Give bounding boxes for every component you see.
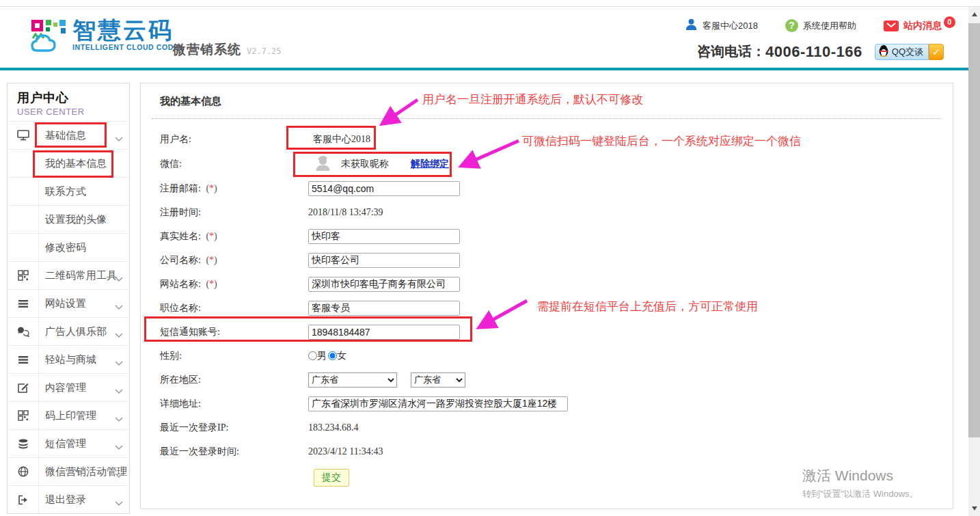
help-link[interactable]: ? 系统使用帮助 bbox=[785, 19, 856, 32]
province-select[interactable]: 广东省 bbox=[308, 372, 397, 388]
sidebar-item-label: 广告人俱乐部 bbox=[45, 325, 107, 338]
position-field[interactable] bbox=[308, 301, 460, 316]
sidebar-item-code-print-mgmt[interactable]: 码上印管理 bbox=[8, 401, 129, 429]
email-field[interactable] bbox=[308, 181, 460, 196]
sidebar-item-basic-info[interactable]: 基础信息 bbox=[8, 121, 129, 149]
logout-icon bbox=[8, 495, 38, 505]
scrollbar-up-button[interactable] bbox=[968, 7, 980, 22]
sidebar-item-label: 轻站与商城 bbox=[45, 353, 96, 366]
product-version: V2.7.25 bbox=[247, 46, 282, 56]
monitor-icon bbox=[8, 130, 38, 141]
messages-label: 站内消息 bbox=[903, 20, 942, 32]
chevron-down-icon bbox=[115, 133, 123, 145]
account-menu[interactable]: 客服中心2018 bbox=[685, 18, 758, 33]
qq-penguin-icon bbox=[878, 44, 889, 59]
sidebar-item-label: 网站设置 bbox=[45, 297, 86, 310]
gender-female-radio[interactable] bbox=[328, 351, 337, 360]
messages-count-badge: 0 bbox=[944, 16, 955, 28]
gender-male-radio[interactable] bbox=[308, 351, 317, 360]
qq-chat-label: QQ交谈 bbox=[892, 46, 923, 58]
gender-male-label: 男 bbox=[317, 350, 327, 362]
sidebar-subitem-label: 修改密码 bbox=[45, 241, 86, 254]
address-field[interactable] bbox=[308, 396, 568, 411]
chevron-down-icon bbox=[115, 385, 123, 397]
wechat-nickname: 未获取昵称 bbox=[341, 158, 389, 170]
form-row-wechat: 微信: 未获取昵称 解除绑定 bbox=[141, 151, 953, 176]
chat-icon bbox=[8, 327, 38, 337]
sidebar-subitem-password[interactable]: 修改密码 bbox=[8, 233, 129, 261]
site-messages-link[interactable]: 站内消息 0 bbox=[884, 20, 955, 32]
sidebar-item-label: 二维码常用工具 bbox=[45, 269, 117, 282]
sidebar-subitem-avatar[interactable]: 设置我的头像 bbox=[8, 205, 129, 233]
help-icon: ? bbox=[785, 19, 798, 32]
triangle-down-icon bbox=[972, 506, 977, 511]
company-field[interactable] bbox=[308, 253, 460, 268]
logo: 智慧云码 INTELLIGENT CLOUD CODE bbox=[30, 18, 179, 57]
sidebar-item-sms-mgmt[interactable]: 短信管理 bbox=[8, 429, 129, 457]
sidebar-subitem-my-basic-info[interactable]: 我的基本信息 bbox=[8, 149, 129, 177]
annotation-wechat: 可微信扫码一键登陆后台，一个系统对应绑定一个微信 bbox=[522, 133, 801, 149]
sms-account-field[interactable] bbox=[308, 325, 460, 340]
required-mark: (*) bbox=[206, 279, 217, 289]
scrollbar-down-button[interactable] bbox=[968, 501, 980, 516]
form-row-last-time: 最近一次登录时间: 2023/4/12 11:34:43 bbox=[141, 439, 953, 463]
wechat-avatar-icon bbox=[314, 153, 332, 174]
sidebar-item-lite-site-mall[interactable]: 轻站与商城 bbox=[8, 345, 129, 373]
username-value: 客服中心2018 bbox=[308, 133, 370, 146]
submit-button[interactable]: 提交 bbox=[314, 469, 349, 487]
chevron-down-icon bbox=[115, 413, 123, 425]
sidebar-item-site-settings[interactable]: 网站设置 bbox=[8, 289, 129, 317]
gender-label: 性别: bbox=[160, 350, 308, 362]
list-icon bbox=[8, 299, 38, 308]
globe-icon bbox=[8, 466, 38, 477]
watermark-line2: 转到"设置"以激活 Windows。 bbox=[802, 488, 918, 500]
city-select[interactable]: 广东省 bbox=[411, 372, 465, 388]
form-row-real-name: 真实姓名: (*) bbox=[141, 224, 953, 248]
chevron-down-icon bbox=[115, 301, 123, 313]
required-mark: (*) bbox=[206, 231, 217, 241]
wechat-unbind-link[interactable]: 解除绑定 bbox=[411, 158, 449, 170]
last-ip-label: 最近一次登录IP: bbox=[160, 422, 308, 434]
sidebar-item-label: 短信管理 bbox=[45, 437, 86, 450]
sidebar-subtitle: USER CENTER bbox=[17, 107, 129, 117]
chevron-down-icon bbox=[115, 273, 123, 285]
sidebar-item-ad-club[interactable]: 广告人俱乐部 bbox=[8, 317, 129, 345]
scrollbar[interactable] bbox=[968, 7, 980, 516]
sidebar-title: 用户中心 bbox=[17, 90, 129, 106]
website-label: 网站名称: bbox=[160, 279, 201, 289]
reg-time-value: 2018/11/8 13:47:39 bbox=[308, 207, 383, 218]
chevron-down-icon bbox=[115, 497, 123, 509]
qq-chat-button[interactable]: QQ交谈 ✓ bbox=[875, 44, 944, 60]
chevron-down-icon bbox=[115, 469, 123, 481]
sidebar-item-label: 退出登录 bbox=[45, 493, 86, 506]
sidebar-item-logout[interactable]: 退出登录 bbox=[8, 485, 129, 513]
sidebar-item-wechat-marketing[interactable]: 微信营销活动管理 bbox=[8, 457, 129, 485]
sidebar-item-qrcode-tools[interactable]: 二维码常用工具 bbox=[8, 261, 129, 289]
last-time-value: 2023/4/12 11:34:43 bbox=[308, 446, 383, 457]
sidebar: 用户中心 USER CENTER 基础信息 我的基本信息 联系方式 设置我的头像… bbox=[7, 83, 130, 514]
last-ip-value: 183.234.68.4 bbox=[308, 422, 359, 433]
sidebar-subitem-label: 联系方式 bbox=[45, 185, 86, 198]
sidebar-item-content-mgmt[interactable]: 内容管理 bbox=[8, 373, 129, 401]
account-name: 客服中心2018 bbox=[703, 20, 758, 32]
form-row-gender: 性别: 男 女 bbox=[141, 344, 953, 368]
email-label: 注册邮箱: bbox=[160, 183, 201, 193]
sidebar-item-label: 内容管理 bbox=[45, 381, 86, 394]
chevron-down-icon bbox=[115, 357, 123, 369]
browser-edge-strip bbox=[0, 0, 980, 7]
scrollbar-thumb[interactable] bbox=[968, 23, 980, 437]
watermark-line1: 激活 Windows bbox=[802, 466, 918, 485]
main-panel: 我的基本信息 用户名: 客服中心2018 微信: 未获取昵称 解除绑定 注册邮箱… bbox=[140, 83, 953, 509]
annotation-sms: 需提前在短信平台上充值后，方可正常使用 bbox=[537, 299, 758, 314]
real-name-field[interactable] bbox=[308, 229, 460, 244]
header-divider bbox=[0, 68, 968, 70]
sidebar-subitem-contact[interactable]: 联系方式 bbox=[8, 177, 129, 205]
header: 智慧云码 INTELLIGENT CLOUD CODE 微营销系统 V2.7.2… bbox=[0, 7, 968, 68]
wechat-label: 微信: bbox=[160, 158, 308, 170]
website-name-field[interactable] bbox=[308, 277, 460, 292]
required-mark: (*) bbox=[206, 183, 217, 193]
logo-subtitle: INTELLIGENT CLOUD CODE bbox=[72, 43, 179, 51]
form-row-address: 详细地址: bbox=[141, 392, 953, 416]
phone-label: 咨询电话： bbox=[697, 42, 765, 61]
form-row-website: 网站名称: (*) bbox=[141, 272, 953, 296]
